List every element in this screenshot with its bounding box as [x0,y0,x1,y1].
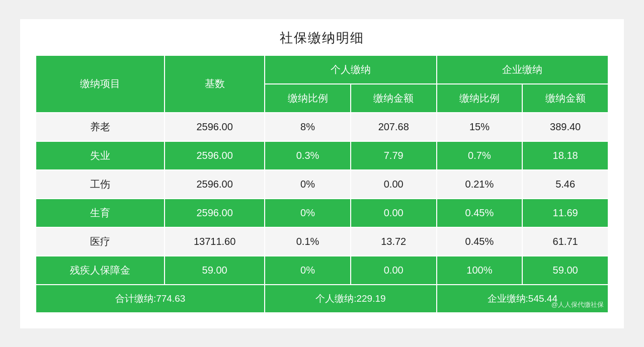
cell-company-ratio: 0.45% [437,227,523,256]
cell-base: 59.00 [165,256,265,285]
table-body: 养老2596.008%207.6815%389.40失业2596.000.3%7… [36,113,608,285]
cell-item: 生育 [36,199,165,227]
col-header-personal: 个人缴纳 [265,55,436,84]
cell-company-amount: 18.18 [522,141,608,170]
cell-company-amount: 59.00 [522,256,608,285]
cell-company-ratio: 100% [437,256,523,285]
col-header-personal-amount: 缴纳金额 [351,84,437,113]
col-header-base: 基数 [165,55,265,113]
table-row: 失业2596.000.3%7.790.7%18.18 [36,141,608,170]
cell-company-amount: 61.71 [522,227,608,256]
table-row: 养老2596.008%207.6815%389.40 [36,113,608,141]
cell-personal-ratio: 8% [265,113,351,141]
cell-company-amount: 5.46 [522,170,608,199]
cell-company-amount: 11.69 [522,199,608,227]
cell-item: 残疾人保障金 [36,256,165,285]
social-insurance-table: 缴纳项目 基数 个人缴纳 企业缴纳 缴纳比例 缴纳金额 缴纳比例 缴纳金额 养老… [35,55,609,313]
cell-personal-amount: 7.79 [351,141,437,170]
footer-company: 企业缴纳:545.44 @人人保代缴社保 [437,285,608,313]
footer-row: 合计缴纳:774.63 个人缴纳:229.19 企业缴纳:545.44 @人人保… [36,285,608,313]
cell-personal-ratio: 0.1% [265,227,351,256]
cell-personal-ratio: 0.3% [265,141,351,170]
cell-item: 失业 [36,141,165,170]
cell-personal-ratio: 0% [265,199,351,227]
cell-company-amount: 389.40 [522,113,608,141]
col-header-item: 缴纳项目 [36,55,165,113]
col-header-company-ratio: 缴纳比例 [437,84,523,113]
footer-total: 合计缴纳:774.63 [36,285,265,313]
col-header-personal-ratio: 缴纳比例 [265,84,351,113]
cell-base: 2596.00 [165,170,265,199]
main-container: 社保缴纳明细 缴纳项目 基数 个人缴纳 企业缴纳 缴纳比例 缴纳金额 缴纳比例 … [20,19,624,328]
cell-personal-amount: 0.00 [351,170,437,199]
cell-company-ratio: 0.7% [437,141,523,170]
col-header-company: 企业缴纳 [437,55,608,84]
header-row-1: 缴纳项目 基数 个人缴纳 企业缴纳 [36,55,608,84]
cell-company-ratio: 0.45% [437,199,523,227]
cell-item: 工伤 [36,170,165,199]
cell-personal-amount: 13.72 [351,227,437,256]
col-header-company-amount: 缴纳金额 [522,84,608,113]
footer-personal: 个人缴纳:229.19 [265,285,436,313]
cell-base: 2596.00 [165,113,265,141]
cell-personal-ratio: 0% [265,170,351,199]
cell-item: 医疗 [36,227,165,256]
cell-base: 13711.60 [165,227,265,256]
cell-personal-amount: 0.00 [351,199,437,227]
page-title: 社保缴纳明细 [35,29,609,47]
table-row: 生育2596.000%0.000.45%11.69 [36,199,608,227]
footer-company-label: 企业缴纳:545.44 [488,293,557,304]
cell-personal-amount: 0.00 [351,256,437,285]
cell-company-ratio: 15% [437,113,523,141]
table-row: 工伤2596.000%0.000.21%5.46 [36,170,608,199]
watermark: @人人保代缴社保 [551,300,604,309]
table-row: 残疾人保障金59.000%0.00100%59.00 [36,256,608,285]
cell-company-ratio: 0.21% [437,170,523,199]
cell-personal-ratio: 0% [265,256,351,285]
table-row: 医疗13711.600.1%13.720.45%61.71 [36,227,608,256]
cell-base: 2596.00 [165,199,265,227]
cell-item: 养老 [36,113,165,141]
cell-base: 2596.00 [165,141,265,170]
cell-personal-amount: 207.68 [351,113,437,141]
